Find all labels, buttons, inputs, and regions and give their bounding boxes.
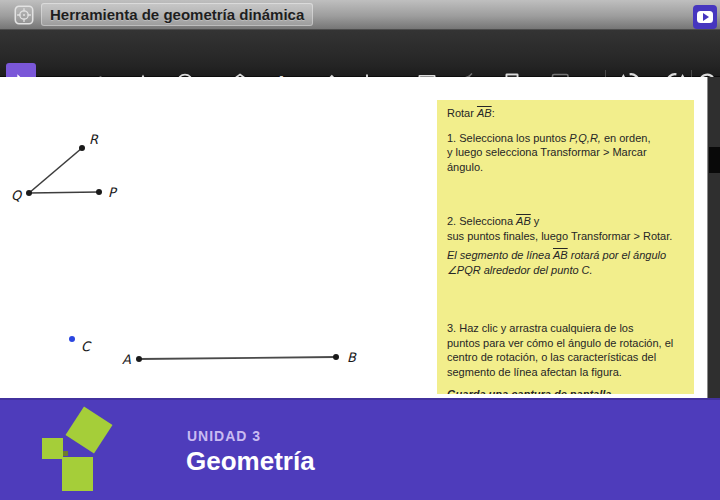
unit-label: UNIDAD 3: [187, 428, 261, 444]
label-Q: Q: [11, 188, 23, 203]
geometry-app-icon: [13, 4, 35, 26]
logo-rotated-square: [65, 406, 112, 453]
segment-AB[interactable]: [139, 357, 336, 359]
instruction-footer: Guarda una captura de pantalla.: [447, 387, 684, 394]
label-C: C: [81, 339, 92, 354]
geometry-canvas[interactable]: Q R P A B C Rotar AB: 1. Selecciona los …: [0, 77, 707, 398]
segment-QP[interactable]: [29, 192, 99, 193]
unit-banner: UNIDAD 3 Geometría: [0, 398, 720, 500]
video-play-icon: [697, 11, 713, 23]
instruction-note: El segmento de línea AB rotará por el án…: [447, 248, 684, 277]
point-P[interactable]: [96, 189, 102, 195]
video-help-button[interactable]: [693, 5, 717, 29]
point-B[interactable]: [333, 354, 339, 360]
label-R: R: [89, 132, 99, 147]
window-title-chip: Herramienta de geometría dinámica: [41, 3, 313, 26]
right-scroll-strip: [707, 77, 720, 398]
logo-small-square: [42, 438, 63, 459]
window-title: Herramienta de geometría dinámica: [50, 6, 304, 23]
instruction-step-2: 2. Selecciona AB y sus puntos finales, l…: [447, 214, 684, 243]
logo-bottom-square: [62, 457, 93, 491]
point-A[interactable]: [136, 356, 142, 362]
app-window: Herramienta de geometría dinámica ▾: [0, 0, 720, 500]
label-P: P: [108, 185, 118, 200]
point-R[interactable]: [79, 145, 85, 151]
instruction-step-1: 1. Selecciona los puntos P,Q,R, en orden…: [447, 131, 684, 175]
toolbar: ▾ ▾ ▾ ▾ Aa ▾: [0, 30, 720, 77]
point-C-rotation-center[interactable]: [69, 336, 75, 342]
titlebar: Herramienta de geometría dinámica: [0, 0, 720, 30]
subject-title: Geometría: [186, 446, 315, 477]
instructions-panel: Rotar AB: 1. Selecciona los puntos P,Q,R…: [437, 100, 694, 394]
point-Q[interactable]: [26, 190, 32, 196]
scrollbar-thumb[interactable]: [709, 147, 720, 173]
instructions-header: Rotar AB:: [447, 106, 684, 121]
segment-QR[interactable]: [29, 148, 82, 193]
label-B: B: [347, 350, 357, 365]
logo-notch: [63, 451, 68, 456]
label-A: A: [122, 352, 131, 367]
instruction-step-3: 3. Haz clic y arrastra cualquiera de los…: [447, 321, 684, 379]
